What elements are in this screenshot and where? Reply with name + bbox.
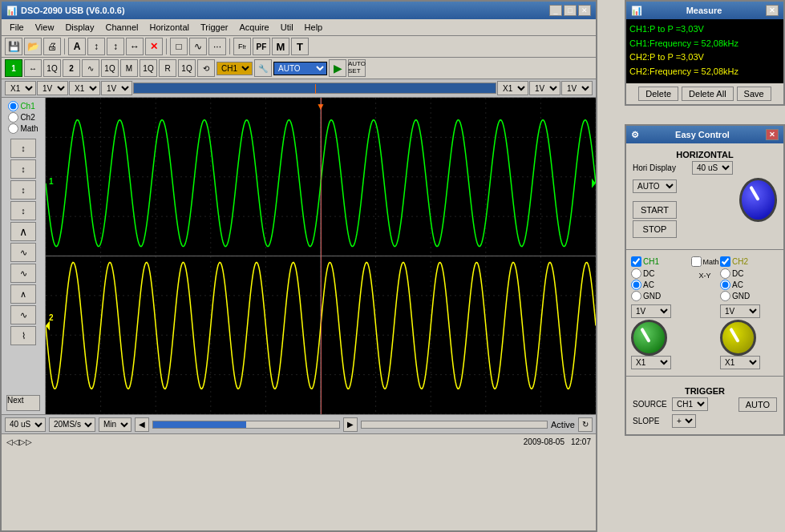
menu-acquire[interactable]: Acquire	[234, 21, 273, 34]
time-div-select[interactable]: 40 uS	[5, 417, 46, 432]
delete-button[interactable]: Delete	[638, 87, 678, 101]
rect-button[interactable]: □	[170, 38, 188, 55]
forward-button[interactable]: ▶	[343, 417, 358, 432]
ch1-x-select[interactable]: X1	[631, 356, 671, 369]
menu-util[interactable]: Util	[276, 21, 298, 34]
t-button[interactable]: T	[291, 38, 309, 55]
panel-btn-7[interactable]: ∿	[10, 264, 36, 283]
ch2-dc-radio[interactable]	[720, 268, 730, 279]
ref-zoom-button[interactable]: 1Q	[140, 59, 157, 77]
x2-select[interactable]: X1	[497, 81, 528, 95]
panel-btn-10[interactable]: ⌇	[10, 326, 36, 345]
ch1-volt-select[interactable]: 1V	[631, 304, 671, 318]
maximize-button[interactable]: □	[564, 5, 577, 16]
menu-display[interactable]: Display	[60, 21, 99, 34]
measure-close-button[interactable]: ✕	[766, 5, 779, 16]
dots-button[interactable]: ···	[208, 38, 226, 55]
ch2-ac-radio[interactable]	[720, 280, 730, 290]
cursor-t-button[interactable]: ↔	[126, 38, 144, 55]
ch1-radio-label[interactable]: Ch1	[8, 101, 38, 111]
ch2-dc-label[interactable]: DC	[720, 268, 779, 279]
ch2-zoom-button[interactable]: 1Q	[101, 59, 119, 77]
ch1-radio[interactable]	[8, 101, 18, 111]
memory-button[interactable]: M	[120, 59, 138, 77]
next-button[interactable]: Next	[6, 395, 40, 411]
autoset-button[interactable]: AUTOSET	[348, 59, 366, 77]
menu-horizontal[interactable]: Horizontal	[144, 21, 194, 34]
ch1-ac-label[interactable]: AC	[631, 280, 690, 290]
ref-button[interactable]: R	[159, 59, 176, 77]
ch2-x-select[interactable]: X1	[720, 356, 760, 369]
ch2-gnd-label[interactable]: GND	[720, 291, 779, 301]
menu-channel[interactable]: Channel	[100, 21, 143, 34]
sample-rate-select[interactable]: 20MS/s	[49, 417, 95, 432]
ch1-dc-radio[interactable]	[631, 268, 641, 279]
level-select[interactable]: Min	[99, 417, 132, 432]
ch1-zoom2-button[interactable]: 1Q	[43, 59, 61, 77]
m-button[interactable]: M	[272, 38, 289, 55]
ch1-checkbox[interactable]	[631, 256, 641, 267]
panel-btn-2[interactable]: ↕	[10, 159, 36, 179]
menu-file[interactable]: File	[5, 21, 29, 34]
easy-close-button[interactable]: ✕	[766, 129, 779, 140]
ch2-wave-button[interactable]: ∿	[82, 59, 99, 77]
ch1-ac-radio[interactable]	[631, 280, 641, 290]
panel-btn-8[interactable]: ∧	[10, 284, 36, 304]
ch1-toggle-button[interactable]: 1	[5, 59, 22, 77]
v1-select[interactable]: 1V	[37, 81, 68, 95]
v2-select[interactable]: 1V	[101, 81, 132, 95]
pf-button[interactable]: PF	[253, 38, 270, 55]
ch2-radio[interactable]	[8, 112, 18, 123]
minimize-button[interactable]: _	[549, 5, 562, 16]
menu-help[interactable]: Help	[300, 21, 328, 34]
panel-btn-6[interactable]: ∿	[10, 243, 36, 262]
ch1-gnd-radio[interactable]	[631, 291, 641, 301]
cursor-a-button[interactable]: A	[68, 38, 86, 55]
panel-btn-3[interactable]: ↕	[10, 180, 36, 200]
ch2-checkbox[interactable]	[720, 256, 730, 267]
ch2-radio-label[interactable]: Ch2	[8, 112, 38, 123]
panel-btn-5[interactable]: ∧	[10, 222, 36, 241]
x-position-select[interactable]: X1	[5, 81, 36, 95]
ch2-knob[interactable]	[720, 320, 756, 356]
wave2-button[interactable]: ⟲	[197, 59, 215, 77]
trigger-auto-button[interactable]: AUTO	[738, 397, 777, 412]
save-measure-button[interactable]: Save	[737, 87, 771, 101]
panel-btn-4[interactable]: ↕	[10, 201, 36, 220]
scroll-bar[interactable]	[361, 421, 548, 429]
cursor-x-button[interactable]: ✕	[145, 38, 163, 55]
v3-select[interactable]: 1V	[529, 81, 560, 95]
ch2-gnd-radio[interactable]	[720, 291, 730, 301]
hori-display-select[interactable]: 40 uS	[692, 161, 733, 175]
ch1-dc-label[interactable]: DC	[631, 268, 690, 279]
channel-dropdown[interactable]: CH1 CH2	[216, 62, 253, 75]
auto-dropdown[interactable]: AUTO NORMAL	[273, 62, 327, 75]
cursor-b-button[interactable]: ↕	[87, 38, 105, 55]
math-radio[interactable]	[8, 123, 18, 134]
source-select[interactable]: CH1	[672, 397, 708, 411]
cursor-v-button[interactable]: ↕	[107, 38, 124, 55]
ch2-toggle-button[interactable]: 2	[63, 59, 80, 77]
close-button[interactable]: ✕	[578, 5, 591, 16]
panel-btn-1[interactable]: ↕	[10, 139, 36, 158]
delete-all-button[interactable]: Delete All	[682, 87, 733, 101]
probe-button[interactable]: 🔧	[254, 59, 272, 77]
auto-mode-select[interactable]: AUTO	[633, 179, 677, 193]
ch2-volt-select[interactable]: 1V	[720, 304, 760, 318]
slope-select[interactable]: + -	[672, 414, 696, 428]
open-button[interactable]: 📂	[24, 38, 42, 55]
run-button[interactable]: ▶	[329, 59, 346, 77]
print-button[interactable]: 🖨	[43, 38, 61, 55]
ch1-knob[interactable]	[631, 320, 667, 356]
panel-btn-9[interactable]: ∿	[10, 305, 36, 324]
menu-trigger[interactable]: Trigger	[196, 21, 233, 34]
ref-zoom2-button[interactable]: 1Q	[178, 59, 196, 77]
wave-button[interactable]: ∿	[189, 38, 207, 55]
stop-button[interactable]: STOP	[633, 220, 677, 238]
math-checkbox[interactable]	[691, 256, 702, 267]
fft-button[interactable]: Ffr	[233, 38, 251, 55]
save-button[interactable]: 💾	[5, 38, 22, 55]
refresh-button[interactable]: ↻	[578, 417, 593, 432]
start-button[interactable]: START	[633, 201, 677, 219]
ch2-ac-label[interactable]: AC	[720, 280, 779, 290]
